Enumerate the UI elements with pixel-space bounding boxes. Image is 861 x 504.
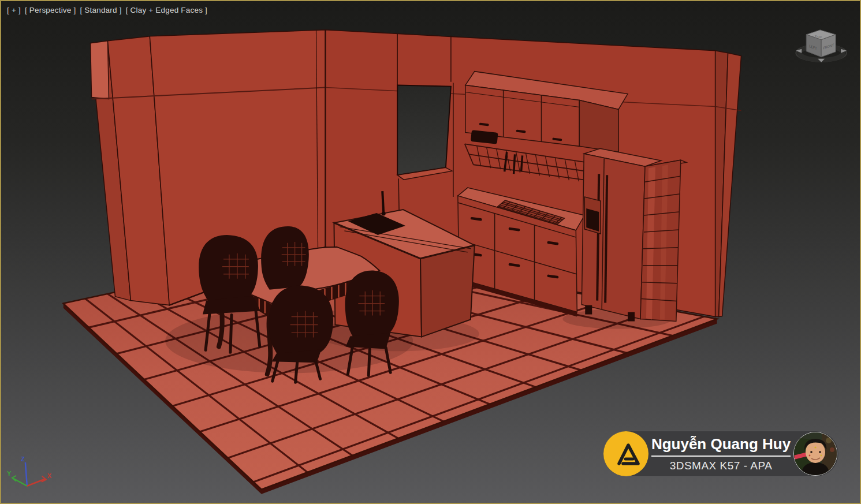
watermark-text: Nguyễn Quang Huy 3DSMAX K57 - APA xyxy=(648,436,793,472)
viewport-menu-general[interactable]: [ + ] xyxy=(7,6,21,14)
chair[interactable] xyxy=(261,226,309,290)
viewport-menu-shading[interactable]: [ Clay + Edged Faces ] xyxy=(126,6,207,14)
apa-logo xyxy=(603,431,648,476)
3d-viewport[interactable]: TOP LEFT FRONT Z X Y [ + ][ Perspective … xyxy=(0,0,861,504)
triangle-logo-icon xyxy=(612,440,640,468)
viewport-menu-renderer[interactable]: [ Standard ] xyxy=(80,6,121,14)
author-name: Nguyễn Quang Huy xyxy=(651,436,791,457)
avatar xyxy=(793,432,837,476)
watermark-badge: Nguyễn Quang Huy 3DSMAX K57 - APA xyxy=(603,431,839,477)
window-opening xyxy=(397,85,451,176)
viewport-menu-pov[interactable]: [ Perspective ] xyxy=(25,6,76,14)
axis-y-label: Y xyxy=(7,470,12,477)
scene-canvas[interactable]: TOP LEFT FRONT Z X Y xyxy=(1,1,860,504)
viewport-label: [ + ][ Perspective ][ Standard ][ Clay +… xyxy=(7,6,211,14)
avatar-photo xyxy=(794,432,837,475)
axis-z-label: Z xyxy=(21,456,25,462)
axis-x-label: X xyxy=(47,472,52,479)
author-subtitle: 3DSMAX K57 - APA xyxy=(651,460,791,472)
